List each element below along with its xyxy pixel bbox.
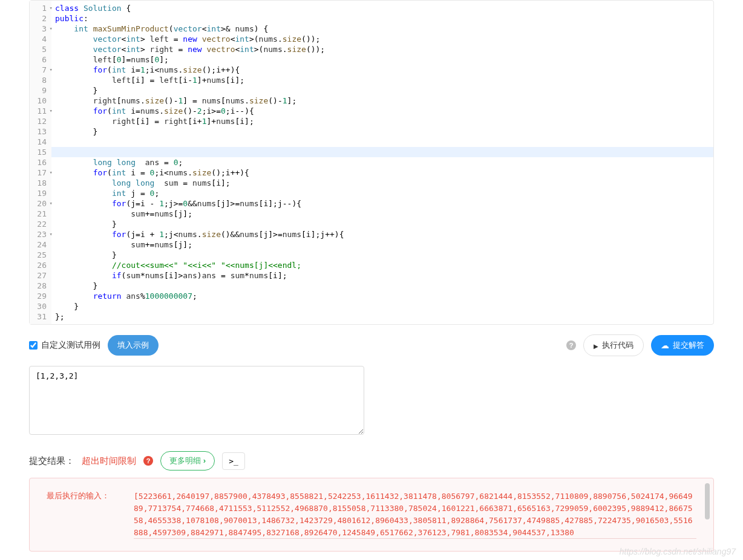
code-line[interactable]: left[i] = left[i-1]+nums[i];	[55, 75, 710, 85]
code-line[interactable]: sum+=nums[j];	[55, 209, 710, 219]
terminal-button[interactable]: >_	[222, 452, 245, 470]
code-line[interactable]: for(int i = 0;i<nums.size();i++){	[55, 168, 710, 178]
code-line[interactable]	[51, 147, 713, 157]
code-line[interactable]: //cout<<sum<<" "<<i<<" "<<nums[j]<<endl;	[55, 260, 710, 270]
code-line[interactable]: }	[55, 126, 710, 137]
code-line[interactable]	[55, 137, 710, 147]
gutter-line: 1	[32, 3, 47, 13]
code-line[interactable]: for(int i=nums.size()-2;i>=0;i--){	[55, 106, 710, 116]
gutter-line: 15	[32, 147, 47, 157]
run-code-button[interactable]: 执行代码	[583, 334, 644, 356]
code-line[interactable]: };	[55, 311, 710, 322]
play-icon	[594, 341, 598, 350]
gutter-line: 16	[32, 157, 47, 168]
gutter-line: 14	[32, 137, 47, 147]
gutter-line: 18	[32, 178, 47, 188]
code-line[interactable]: right[nums.size()-1] = nums[nums.size()-…	[55, 96, 710, 106]
code-line[interactable]: }	[55, 85, 710, 96]
gutter-line: 12	[32, 116, 47, 126]
fill-example-button[interactable]: 填入示例	[108, 335, 159, 356]
code-line[interactable]: }	[55, 301, 710, 311]
gutter-line: 22	[32, 219, 47, 229]
gutter-line: 4	[32, 34, 47, 44]
code-line[interactable]: class Solution {	[55, 3, 710, 13]
gutter-line: 31	[32, 311, 47, 322]
code-line[interactable]: int j = 0;	[55, 188, 710, 198]
gutter-line: 21	[32, 209, 47, 219]
gutter-line: 6	[32, 54, 47, 65]
code-line[interactable]: vector<int> left = new vectro<int>(nums.…	[55, 34, 710, 44]
result-row: 提交结果： 超出时间限制 ? 更多明细 >_	[29, 451, 714, 470]
gutter-line: 3	[32, 24, 47, 34]
code-line[interactable]: if(sum*nums[i]>ans)ans = sum*nums[i];	[55, 270, 710, 281]
gutter-line: 28	[32, 281, 47, 291]
gutter-line: 24	[32, 239, 47, 250]
code-line[interactable]: for(int i=1;i<nums.size();i++){	[55, 65, 710, 75]
gutter-line: 7	[32, 65, 47, 75]
line-gutter: 1234567891011121314151617181920212223242…	[30, 1, 51, 324]
last-input-label: 最后执行的输入：	[47, 490, 119, 539]
result-label: 提交结果：	[29, 455, 74, 467]
result-status: 超出时间限制	[82, 455, 136, 467]
help-icon[interactable]: ?	[566, 340, 576, 350]
custom-testcase-checkbox[interactable]: 自定义测试用例	[29, 340, 100, 351]
gutter-line: 20	[32, 198, 47, 209]
gutter-line: 25	[32, 250, 47, 260]
testcase-textarea[interactable]	[29, 366, 364, 435]
code-line[interactable]: int maxSumMinProduct(vector<int>& nums) …	[55, 24, 710, 34]
cloud-icon	[661, 340, 669, 350]
gutter-line: 27	[32, 270, 47, 281]
code-line[interactable]: for(j=i + 1;j<nums.size()&&nums[j]>=nums…	[55, 229, 710, 239]
more-detail-button[interactable]: 更多明细	[160, 451, 215, 470]
chevron-right-icon	[203, 456, 206, 465]
last-input-content: [5223661,2640197,8857900,4378493,8558821…	[134, 490, 696, 539]
code-line[interactable]: }	[55, 250, 710, 260]
code-line[interactable]: right[i] = right[i+1]+nums[i];	[55, 116, 710, 126]
gutter-line: 29	[32, 291, 47, 301]
code-line[interactable]: }	[55, 219, 710, 229]
gutter-line: 23	[32, 229, 47, 239]
custom-testcase-input[interactable]	[29, 341, 38, 350]
result-help-icon[interactable]: ?	[143, 456, 153, 466]
actions-row: 自定义测试用例 填入示例 ? 执行代码 提交解答	[29, 334, 714, 356]
code-line[interactable]: left[0]=nums[0];	[55, 54, 710, 65]
gutter-line: 13	[32, 126, 47, 137]
code-content[interactable]: class Solution {public: int maxSumMinPro…	[51, 1, 713, 324]
gutter-line: 19	[32, 188, 47, 198]
code-line[interactable]: long long ans = 0;	[55, 157, 710, 168]
gutter-line: 11	[32, 106, 47, 116]
code-line[interactable]: sum+=nums[j];	[55, 239, 710, 250]
scrollbar[interactable]	[705, 483, 710, 519]
submit-button[interactable]: 提交解答	[651, 335, 714, 356]
watermark: https://blog.csdn.net/shiliang97	[620, 547, 736, 556]
gutter-line: 8	[32, 75, 47, 85]
code-line[interactable]: public:	[55, 13, 710, 24]
code-line[interactable]: }	[55, 281, 710, 291]
gutter-line: 5	[32, 44, 47, 54]
gutter-line: 17	[32, 168, 47, 178]
gutter-line: 26	[32, 260, 47, 270]
custom-testcase-label: 自定义测试用例	[41, 340, 100, 351]
code-line[interactable]: for(j=i - 1;j>=0&&nums[j]>=nums[i];j--){	[55, 198, 710, 209]
gutter-line: 30	[32, 301, 47, 311]
result-box: 最后执行的输入： [5223661,2640197,8857900,437849…	[29, 478, 714, 552]
code-line[interactable]: return ans%1000000007;	[55, 291, 710, 301]
code-line[interactable]: long long sum = nums[i];	[55, 178, 710, 188]
gutter-line: 10	[32, 96, 47, 106]
gutter-line: 2	[32, 13, 47, 24]
gutter-line: 9	[32, 85, 47, 96]
code-editor-container: 1234567891011121314151617181920212223242…	[29, 0, 714, 325]
code-line[interactable]: vector<int> right = new vectro<int>(nums…	[55, 44, 710, 54]
